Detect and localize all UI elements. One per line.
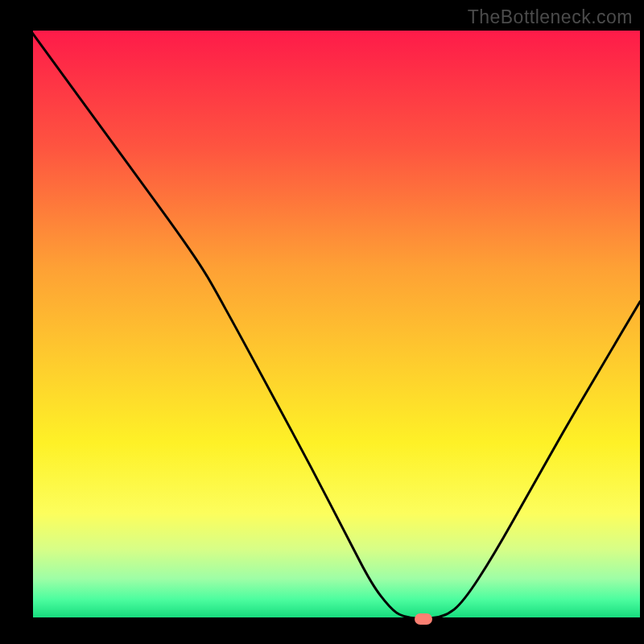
bottleneck-plot-svg: [0, 0, 644, 644]
curve-minimum-marker: [415, 613, 432, 625]
gradient-background: [31, 31, 640, 620]
watermark-label: TheBottleneck.com: [468, 6, 633, 28]
chart-frame: TheBottleneck.com: [0, 0, 644, 644]
